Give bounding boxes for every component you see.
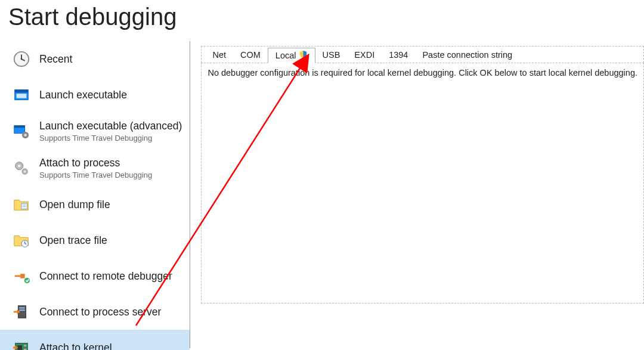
sidebar-item-label: Connect to process server bbox=[39, 306, 161, 318]
content-area: Net COM Local USB EXDI 1394 Paste connec… bbox=[190, 41, 644, 348]
svg-rect-24 bbox=[19, 308, 24, 309]
folder-file-icon bbox=[10, 194, 33, 215]
tab-label: Net bbox=[212, 50, 226, 60]
sidebar-item-sublabel: Supports Time Travel Debugging bbox=[39, 171, 152, 179]
tab-net[interactable]: Net bbox=[205, 48, 233, 61]
tab-label: EXDI bbox=[354, 50, 374, 60]
svg-rect-29 bbox=[24, 345, 27, 346]
tab-label: Paste connection string bbox=[422, 50, 512, 60]
sidebar-item-connect-process-server[interactable]: Connect to process server bbox=[0, 294, 190, 330]
sidebar-item-label: Launch executable bbox=[39, 89, 127, 101]
sidebar-item-label: Attach to process bbox=[39, 157, 152, 169]
tab-1394[interactable]: 1394 bbox=[382, 48, 415, 61]
svg-point-10 bbox=[24, 134, 27, 137]
tab-label: Local bbox=[275, 51, 296, 60]
tab-local[interactable]: Local bbox=[268, 48, 315, 63]
tab-label: 1394 bbox=[389, 50, 408, 60]
sidebar-item-label: Launch executable (advanced) bbox=[39, 120, 182, 132]
svg-point-14 bbox=[24, 171, 26, 172]
sidebar-item-open-dump-file[interactable]: Open dump file bbox=[0, 187, 190, 222]
window-icon bbox=[10, 84, 33, 106]
sidebar-item-sublabel: Supports Time Travel Debugging bbox=[39, 134, 182, 143]
svg-line-20 bbox=[25, 244, 27, 244]
sidebar-item-label: Open dump file bbox=[39, 199, 110, 211]
tab-bar: Net COM Local USB EXDI 1394 Paste connec… bbox=[201, 46, 644, 63]
plug-remote-icon bbox=[10, 265, 33, 287]
svg-rect-15 bbox=[21, 203, 27, 209]
shield-icon bbox=[299, 50, 308, 61]
svg-point-3 bbox=[21, 58, 23, 60]
sidebar-item-launch-executable[interactable]: Launch executable bbox=[0, 77, 190, 113]
content-pane: No debugger configuration is required fo… bbox=[201, 63, 644, 303]
motherboard-icon bbox=[10, 337, 33, 350]
tab-com[interactable]: COM bbox=[233, 48, 268, 61]
sidebar-item-attach-to-process[interactable]: Attach to process Supports Time Travel D… bbox=[0, 150, 190, 187]
svg-rect-5 bbox=[15, 90, 29, 93]
svg-rect-28 bbox=[17, 345, 22, 350]
sidebar-item-launch-executable-advanced[interactable]: Launch executable (advanced) Supports Ti… bbox=[0, 113, 190, 150]
server-icon bbox=[10, 301, 33, 323]
content-text: No debugger configuration is required fo… bbox=[208, 68, 637, 78]
sidebar-item-recent[interactable]: Recent bbox=[0, 41, 190, 77]
tab-paste-connection-string[interactable]: Paste connection string bbox=[415, 48, 519, 61]
sidebar-item-label: Recent bbox=[39, 53, 72, 66]
svg-rect-8 bbox=[14, 126, 25, 128]
folder-clock-icon bbox=[10, 230, 33, 251]
sidebar-item-label: Attach to kernel bbox=[39, 342, 112, 351]
tab-label: USB bbox=[323, 50, 340, 60]
sidebar-item-connect-remote-debugger[interactable]: Connect to remote debugger bbox=[0, 258, 190, 294]
sidebar: Recent Launch executable bbox=[0, 41, 190, 348]
sidebar-item-attach-to-kernel[interactable]: Attach to kernel bbox=[0, 330, 190, 350]
sidebar-item-label: Open trace file bbox=[39, 234, 107, 247]
gears-icon bbox=[10, 157, 33, 179]
tab-label: COM bbox=[240, 50, 261, 60]
svg-point-12 bbox=[18, 165, 21, 168]
svg-rect-25 bbox=[19, 309, 24, 311]
tab-usb[interactable]: USB bbox=[315, 48, 348, 61]
tab-exdi[interactable]: EXDI bbox=[347, 48, 382, 61]
svg-point-22 bbox=[24, 278, 30, 283]
svg-rect-6 bbox=[17, 94, 27, 98]
sidebar-item-open-trace-file[interactable]: Open trace file bbox=[0, 222, 190, 258]
svg-rect-21 bbox=[20, 274, 25, 278]
window-gear-icon bbox=[10, 120, 33, 142]
page-title: Start debugging bbox=[0, 0, 644, 41]
clock-icon bbox=[10, 48, 33, 70]
sidebar-item-label: Connect to remote debugger bbox=[39, 270, 172, 283]
